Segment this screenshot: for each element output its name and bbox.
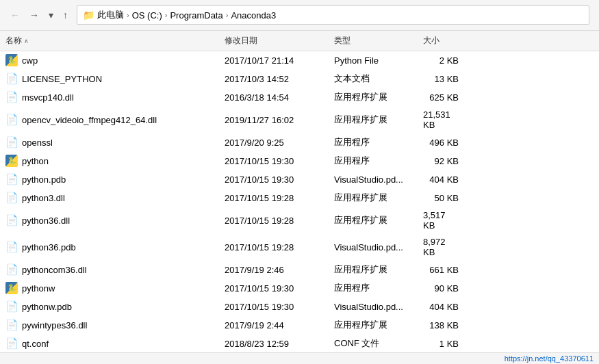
file-name: pywintypes36.dll [22,320,87,330]
table-row[interactable]: 📄 LICENSE_PYTHON 2017/10/3 14:52 文本文档 13… [0,70,599,88]
file-icon: 📄 [5,91,18,103]
file-icon: 📄 [5,214,18,226]
file-name: cwp [22,55,38,66]
table-row[interactable]: 📄 opencv_videoio_ffmpeg412_64.dll 2019/1… [0,107,599,133]
dropdown-button[interactable]: ▾ [45,8,57,22]
file-name-cell: 📄 python.pdb [0,172,219,186]
file-modified: 2017/9/19 2:46 [219,263,329,276]
file-modified: 2018/8/23 12:59 [219,337,329,350]
file-icon: 📄 [5,73,18,85]
table-row[interactable]: 📄 python36.pdb 2017/10/15 19:28 VisualSt… [0,234,599,261]
table-row[interactable]: 📄 pythonw.pdb 2017/10/15 19:30 VisualStu… [0,298,599,316]
table-row[interactable]: 📄 qt.conf 2018/8/23 12:59 CONF 文件 1 KB [0,335,599,353]
address-bar[interactable]: 📁 此电脑 › OS (C:) › ProgramData › Anaconda… [77,5,589,25]
table-row[interactable]: 🐍 pythonw 2017/10/15 19:30 应用程序 90 KB [0,279,599,298]
file-size: 1 KB [418,337,472,350]
breadcrumb-osc[interactable]: OS (C:) [132,10,162,21]
file-name-cell: 📄 pythoncom36.dll [0,263,219,276]
status-url: https://jn.net/qq_43370611 [505,354,594,363]
sep2: › [165,11,168,19]
file-modified: 2017/10/15 19:30 [219,281,329,295]
sep3: › [226,11,229,19]
folder-icon: 📁 [83,10,94,21]
file-modified: 2017/10/15 19:30 [219,154,329,168]
file-type: CONF 文件 [329,337,418,350]
file-icon: 📄 [5,192,18,204]
file-name-cell: 📄 msvcp140.dll [0,90,219,104]
file-modified: 2017/10/15 19:28 [219,236,329,258]
file-size: 90 KB [418,281,472,295]
file-modified: 2017/10/3 14:52 [219,72,329,86]
column-headers: 名称 ∧ 修改日期 类型 大小 [0,31,599,51]
status-bar: https://jn.net/qq_43370611 [0,352,599,364]
file-name: openssl [22,138,53,148]
file-name: python36.pdb [22,242,76,252]
file-icon: 🐍 [5,54,18,66]
breadcrumb-programdata[interactable]: ProgramData [170,10,222,21]
breadcrumb-anaconda3[interactable]: Anaconda3 [231,10,276,21]
col-type[interactable]: 类型 [329,34,418,48]
file-name-cell: 📄 LICENSE_PYTHON [0,72,219,86]
file-icon: 📄 [5,300,18,313]
col-size[interactable]: 大小 [418,34,472,48]
table-row[interactable]: 📄 pywintypes36.dll 2017/9/19 2:44 应用程序扩展… [0,316,599,335]
file-modified: 2017/9/19 2:44 [219,318,329,332]
file-name: python [22,156,49,166]
table-row[interactable]: 🐍 cwp 2017/10/17 21:14 Python File 2 KB [0,51,599,70]
up-button[interactable]: ↑ [60,8,71,22]
breadcrumb-thispc[interactable]: 此电脑 [97,9,124,21]
back-button[interactable]: ← [7,8,23,22]
file-size: 625 KB [418,90,472,104]
file-size: 138 KB [418,318,472,332]
file-modified: 2019/11/27 16:02 [219,109,329,131]
file-modified: 2017/9/20 9:25 [219,135,329,149]
file-name: pythonw [22,283,55,294]
file-icon: 📄 [5,173,18,185]
file-type: Python File [329,53,418,67]
file-type: VisualStudio.pd... [329,172,418,186]
table-row[interactable]: 📄 python.pdb 2017/10/15 19:30 VisualStud… [0,170,599,189]
file-size: 2 KB [418,53,472,67]
file-size: 92 KB [418,154,472,168]
file-name: pythonw.pdb [22,302,72,312]
file-type: 应用程序扩展 [329,209,418,231]
file-type: 应用程序扩展 [329,90,418,104]
file-modified: 2017/10/15 19:30 [219,172,329,186]
file-type: 应用程序扩展 [329,191,418,205]
file-type: VisualStudio.pd... [329,236,418,258]
table-row[interactable]: 📄 pythoncom36.dll 2017/9/19 2:46 应用程序扩展 … [0,261,599,279]
file-name: python36.dll [22,216,70,226]
file-type: 应用程序 [329,281,418,295]
file-icon: 🐍 [5,155,18,167]
table-row[interactable]: 📄 openssl 2017/9/20 9:25 应用程序 496 KB [0,133,599,152]
file-icon: 📄 [5,114,18,126]
table-row[interactable]: 📄 python36.dll 2017/10/15 19:28 应用程序扩展 3… [0,207,599,234]
table-row[interactable]: 🐍 python 2017/10/15 19:30 应用程序 92 KB [0,152,599,170]
file-name-cell: 📄 python36.pdb [0,236,219,258]
table-row[interactable]: 📄 msvcp140.dll 2016/3/18 14:54 应用程序扩展 62… [0,88,599,107]
file-icon: 📄 [5,263,18,276]
file-type: 应用程序扩展 [329,263,418,276]
file-list-container: 名称 ∧ 修改日期 类型 大小 🐍 cwp 2017/10/17 21:14 P… [0,31,599,364]
file-name-cell: 🐍 python [0,154,219,168]
table-row[interactable]: 📄 python3.dll 2017/10/15 19:28 应用程序扩展 50… [0,189,599,207]
file-modified: 2017/10/15 19:28 [219,209,329,231]
file-size: 3,517 KB [418,209,472,231]
file-name-cell: 🐍 pythonw [0,281,219,295]
file-size: 404 KB [418,172,472,186]
file-icon: 📄 [5,136,18,148]
file-name: python3.dll [22,193,65,203]
file-icon: 🐍 [5,282,18,294]
file-rows: 🐍 cwp 2017/10/17 21:14 Python File 2 KB … [0,51,599,364]
col-name[interactable]: 名称 ∧ [0,34,219,48]
file-type: 应用程序 [329,135,418,149]
sep1: › [127,11,129,19]
file-size: 50 KB [418,191,472,205]
file-name-cell: 📄 qt.conf [0,337,219,350]
file-name: python.pdb [22,174,66,185]
col-modified[interactable]: 修改日期 [219,34,329,48]
file-icon: 📄 [5,337,18,350]
file-type: 应用程序扩展 [329,318,418,332]
file-modified: 2017/10/17 21:14 [219,53,329,67]
forward-button[interactable]: → [26,8,42,22]
